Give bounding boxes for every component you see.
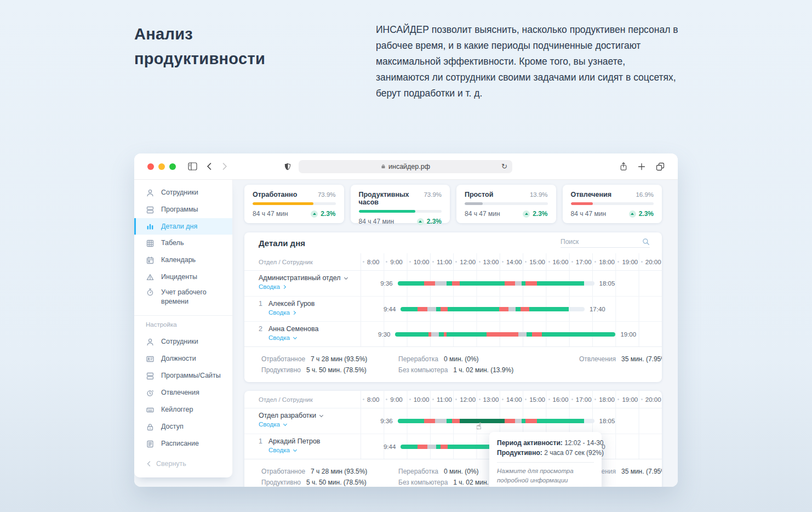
tick-label: 16:00 (553, 396, 569, 403)
sidebar-item-keylogger[interactable]: Кейлоггер (134, 401, 232, 418)
sidebar-toggle-icon[interactable] (188, 162, 197, 170)
up-triangle-icon (417, 218, 424, 225)
privacy-shield-icon[interactable] (284, 162, 291, 171)
time-tick: 16:00 (546, 253, 569, 270)
row-summary-line: Сводка (259, 283, 361, 290)
timeline-segments (398, 281, 594, 286)
timeline-segment (537, 281, 584, 286)
timeline-bar[interactable]: 9:3618:05 (398, 281, 594, 286)
time-tick: 10:00 (407, 391, 430, 408)
tick-label: 20:00 (645, 259, 661, 265)
sidebar-item-timesheet[interactable]: Табель (134, 235, 232, 252)
sidebar-item-incidents[interactable]: Инциденты (134, 269, 232, 286)
time-tick: 9:00 (384, 391, 407, 408)
bar-chart-icon (146, 222, 155, 231)
timeline-bar[interactable]: 9:4417:40 (401, 307, 585, 311)
calendar-icon (146, 256, 155, 265)
column-header-label: Отдел / Сотрудник (244, 391, 361, 408)
row-name-label: Анна Семенова (268, 325, 318, 333)
tick-dot-icon (548, 261, 550, 263)
row-name-cell: 1Алексей ГуровСводка (244, 297, 361, 321)
timeline-end-time: 17:40 (590, 306, 605, 312)
tooltip-label: Период активности: (497, 439, 563, 447)
tick-label: 15:00 (529, 259, 545, 265)
sidebar-item-day-details[interactable]: Детали дня (134, 218, 232, 235)
summary-value: 35 мин. (7.95%) (621, 355, 662, 363)
summary-link[interactable]: Сводка (259, 283, 280, 290)
summary-label: Без компьютера (398, 479, 448, 486)
sidebar-item-programs[interactable]: Программы (134, 201, 232, 218)
stat-title: Продуктивных часов (359, 191, 424, 206)
stopwatch-icon (146, 288, 155, 297)
row-summary-line: Сводка (268, 309, 361, 316)
summary-item: Отработанное7 ч 28 мин (93.5%) (261, 354, 398, 365)
stat-progress-bar (465, 202, 548, 205)
stat-card-productive: Продуктивных часов73.9% 84 ч 47 мин 2.3% (351, 185, 450, 223)
tab-overview-icon[interactable] (656, 162, 665, 171)
sidebar-item-calendar[interactable]: Календарь (134, 252, 232, 269)
summary-link[interactable]: Сводка (268, 447, 290, 453)
summary-link[interactable]: Сводка (268, 334, 290, 341)
summary-value: 0 мин. (0%) (444, 468, 479, 475)
tick-dot-icon (641, 261, 643, 263)
stat-title: Отвлечения (571, 191, 612, 198)
row-summary-line: Сводка (259, 421, 361, 428)
row-timeline-cell: 9:3618:05 (361, 408, 662, 434)
search-field[interactable] (561, 238, 650, 248)
time-tick: 20:00 (639, 253, 662, 270)
summary-value: 1 ч. 02 мин. (13.9%) (453, 366, 513, 374)
new-tab-icon[interactable] (638, 163, 645, 170)
timeline-segment (431, 332, 439, 337)
timeline-segment (487, 332, 518, 337)
row-timeline-cell: 9:3618:05 (361, 271, 662, 296)
summary-link[interactable]: Сводка (259, 421, 280, 428)
timeline-end-time: 18:05 (599, 280, 615, 287)
time-tick: 15:00 (523, 391, 546, 408)
summary-column: Отвлечения35 мин. (7.95%) (579, 354, 662, 376)
table-summary: Отработанное7 ч 28 мин (93.5%)Продуктивн… (244, 346, 662, 382)
timeline-segment (452, 281, 460, 286)
tick-dot-icon (594, 399, 596, 400)
search-input[interactable] (561, 238, 642, 246)
timeline-bar[interactable]: 9:3019:00 (395, 332, 615, 337)
lock-icon (146, 423, 155, 431)
url-bar[interactable]: инсайдер.рф ↻ (299, 160, 512, 173)
summary-value: 7 ч 28 мин (93.5%) (311, 468, 367, 475)
summary-item: Продуктивно5 ч. 50 мин. (78.5%) (261, 477, 398, 487)
row-index: 2 (259, 325, 268, 333)
sidebar-item-distractions[interactable]: Отвлечения (134, 384, 232, 401)
forward-icon[interactable] (221, 162, 228, 170)
tick-label: 11:00 (437, 396, 452, 403)
timeline-segment (505, 419, 515, 423)
timeline-bar[interactable]: 9:3618:05 (398, 419, 594, 423)
table-header: Отдел / Сотрудник8:009:0010:0011:0012:00… (244, 253, 662, 271)
sidebar-item-programs-sites[interactable]: Программы/Сайты (134, 367, 232, 384)
sidebar-item-access[interactable]: Доступ (134, 418, 232, 435)
sidebar-item-settings-employees[interactable]: Сотрудники (134, 333, 232, 350)
back-icon[interactable] (206, 162, 213, 170)
table-row: 2Анна СеменоваСводка9:3019:00 (244, 321, 662, 346)
sidebar-item-schedule[interactable]: Расписание (134, 435, 232, 452)
chevron-down-icon (293, 447, 297, 451)
chevron-down-icon[interactable] (319, 413, 323, 417)
reload-icon[interactable]: ↻ (501, 163, 507, 170)
share-icon[interactable] (620, 162, 627, 171)
time-tick: 18:00 (592, 391, 615, 408)
summary-link[interactable]: Сводка (268, 309, 290, 316)
time-tick: 17:00 (569, 391, 592, 408)
time-tick: 20:00 (639, 391, 662, 408)
chevron-down-icon[interactable] (344, 275, 347, 279)
window-controls (147, 163, 176, 170)
summary-item: Отработанное7 ч 28 мин (93.5%) (261, 466, 398, 477)
time-tick: 12:00 (453, 253, 476, 270)
search-icon (642, 238, 650, 246)
row-title: Административный отдел (259, 274, 361, 282)
sidebar-item-time-tracking[interactable]: Учет рабочего времени (134, 286, 232, 309)
sidebar-item-employees[interactable]: Сотрудники (134, 184, 232, 201)
minimize-window-button[interactable] (158, 163, 165, 170)
sidebar-collapse-button[interactable]: Свернуть (134, 460, 232, 468)
sidebar-item-positions[interactable]: Должности (134, 350, 232, 367)
close-window-button[interactable] (147, 163, 154, 170)
zoom-window-button[interactable] (169, 163, 176, 170)
time-tick: 13:00 (477, 253, 500, 270)
